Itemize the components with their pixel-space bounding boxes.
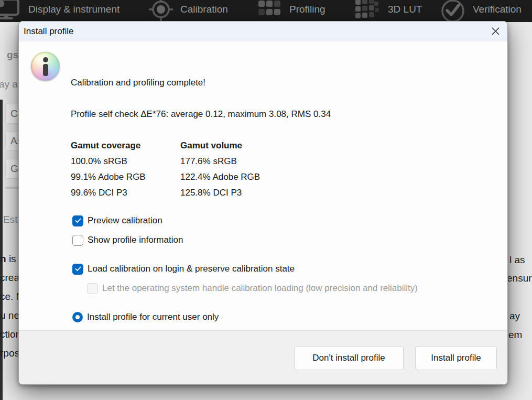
bg-paragraph-line-right: ay — [509, 310, 520, 322]
checkbox-label: Load calibration on login & preserve cal… — [88, 264, 295, 274]
tab-label: Verification — [473, 4, 522, 15]
tab-profiling[interactable]: Profiling — [258, 0, 325, 19]
bg-paragraph-line: rpos — [0, 348, 19, 359]
tab-label: Profiling — [289, 4, 325, 15]
checkbox-label: Let the operating system handle calibrat… — [102, 283, 418, 294]
gamut-coverage-adobe: 99.1% Adobe RGB — [71, 169, 146, 185]
gamut-volume-srgb: 177.6% sRGB — [180, 154, 260, 169]
checkbox-os-handle-calibration: Let the operating system handle calibrat… — [87, 282, 418, 295]
self-check-result: Profile self check ΔE*76: average 0.12, … — [71, 109, 331, 120]
tab-3d-lut[interactable]: 3D LUT — [354, 0, 422, 19]
bg-paragraph-line: crea — [0, 272, 19, 284]
tab-calibration[interactable]: Calibration — [149, 0, 228, 19]
checkbox-icon[interactable] — [72, 235, 83, 246]
profiling-grid-icon — [258, 0, 282, 18]
dialog-titlebar[interactable]: Install profile — [19, 21, 507, 41]
close-icon — [492, 27, 500, 35]
checkbox-icon[interactable] — [72, 215, 83, 226]
gamut-coverage-srgb: 100.0% sRGB — [71, 154, 146, 169]
completion-message: Calibration and profiling complete! — [71, 78, 205, 88]
gamut-volume-column: Gamut volume 177.6% sRGB 122.4% Adobe RG… — [180, 138, 260, 201]
tab-verification[interactable]: Verification — [440, 0, 522, 19]
dont-install-profile-button[interactable]: Don't install profile — [294, 346, 404, 370]
gamut-coverage-column: Gamut coverage 100.0% sRGB 99.1% Adobe R… — [71, 138, 146, 201]
gamut-coverage-header: Gamut coverage — [71, 138, 146, 154]
gamut-volume-header: Gamut volume — [180, 138, 260, 154]
checkbox-preview-calibration[interactable]: Preview calibration — [72, 214, 162, 227]
close-button[interactable] — [483, 21, 507, 41]
bg-text-estimated: Esti — [3, 214, 20, 225]
tab-label: Display & instrument — [28, 4, 120, 15]
checkbox-icon[interactable] — [72, 264, 83, 275]
display-instrument-icon — [0, 0, 21, 20]
bg-text-settings: gs — [7, 49, 18, 61]
dialog-body: Calibration and profiling complete! Prof… — [19, 42, 507, 330]
checkbox-label: Preview calibration — [88, 215, 162, 226]
bg-paragraph-line-right: l as — [509, 254, 525, 266]
bg-paragraph-line-right: em — [508, 329, 522, 341]
radio-icon[interactable] — [72, 312, 83, 322]
tab-label: Calibration — [180, 4, 228, 15]
radio-label: Install profile for current user only — [87, 312, 219, 322]
info-glyph — [43, 57, 48, 76]
install-profile-dialog: Install profile Calibration and profilin… — [18, 21, 508, 385]
dialog-footer: Don't install profile Install profile — [19, 330, 507, 384]
dialog-title: Install profile — [19, 26, 73, 37]
gamut-volume-dcip3: 125.8% DCI P3 — [180, 185, 260, 201]
gamut-volume-adobe: 122.4% Adobe RGB — [180, 169, 260, 185]
check-icon — [75, 218, 81, 223]
tab-display-instrument[interactable]: Display & instrument — [0, 0, 120, 19]
install-profile-button[interactable]: Install profile — [415, 346, 497, 370]
info-icon — [31, 52, 60, 81]
check-icon — [75, 266, 81, 272]
checkbox-icon — [87, 283, 98, 294]
calibration-target-icon — [149, 0, 173, 21]
gamut-coverage-dcip3: 99.6% DCI P3 — [71, 185, 146, 201]
bg-paragraph-line-right: ensur — [507, 273, 532, 284]
checkbox-show-profile-info[interactable]: Show profile information — [72, 234, 183, 246]
radio-install-current-user[interactable]: Install profile for current user only — [72, 311, 219, 323]
checkbox-label: Show profile information — [88, 235, 183, 245]
tab-label: 3D LUT — [388, 4, 422, 15]
verification-check-icon — [440, 0, 465, 22]
lut-3d-cube-icon — [354, 0, 381, 19]
top-nav-bar: Display & instrument Calibration Profili… — [0, 0, 532, 22]
checkbox-load-calibration-on-login[interactable]: Load calibration on login & preserve cal… — [72, 263, 295, 275]
